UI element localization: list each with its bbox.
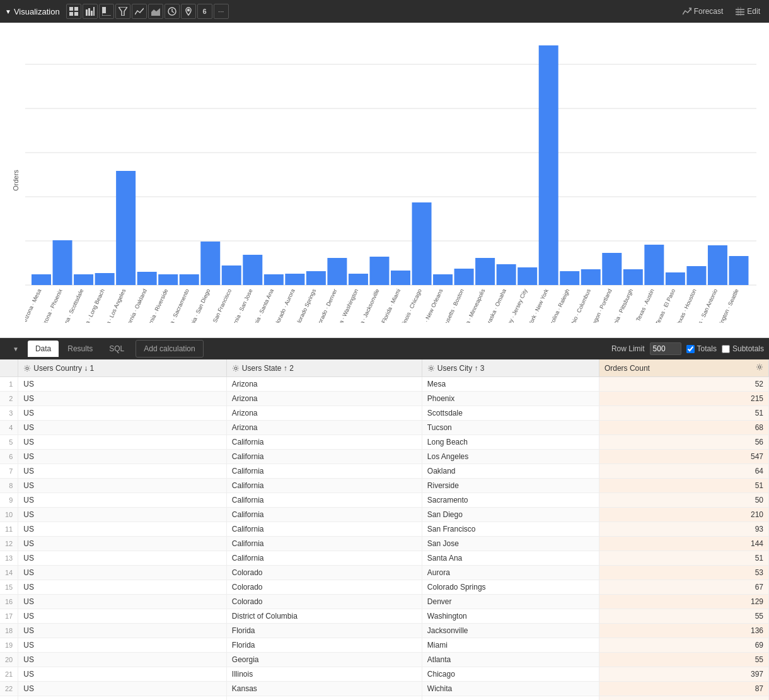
- bar[interactable]: [644, 245, 664, 285]
- bar[interactable]: [517, 267, 537, 285]
- bar[interactable]: [158, 274, 178, 285]
- bar[interactable]: [475, 258, 495, 285]
- table-row: 9 US California Sacramento 50: [0, 493, 769, 508]
- forecast-button[interactable]: Forecast: [679, 4, 727, 18]
- bar[interactable]: [349, 274, 368, 285]
- clock-icon[interactable]: [165, 4, 180, 19]
- cell-country: US: [18, 682, 227, 696]
- cell-orders: 210: [599, 508, 768, 522]
- svg-point-14: [187, 9, 189, 11]
- cell-country: US: [18, 392, 227, 406]
- line-chart-icon[interactable]: [132, 4, 147, 19]
- grid-icon[interactable]: [66, 4, 81, 19]
- tab-results[interactable]: Results: [60, 341, 100, 357]
- funnel-icon[interactable]: [115, 4, 130, 19]
- bar[interactable]: [602, 253, 622, 285]
- row-number: 17: [0, 609, 18, 624]
- cell-city: Tucson: [422, 421, 599, 435]
- cell-state: Arizona: [226, 392, 422, 406]
- cell-state: Arizona: [226, 406, 422, 421]
- bar[interactable]: [285, 274, 304, 285]
- bar[interactable]: [497, 264, 516, 285]
- bar[interactable]: [708, 245, 727, 285]
- col-header-city: Users City ↑ 3: [422, 359, 599, 377]
- row-number: 7: [0, 464, 18, 479]
- row-number: 6: [0, 450, 18, 464]
- cell-orders: 55: [599, 653, 768, 667]
- col-header-orders: Orders Count: [599, 359, 768, 377]
- tab-data[interactable]: Data: [28, 341, 59, 357]
- bar[interactable]: [243, 255, 262, 285]
- table-row: 4 US Arizona Tucson 68: [0, 421, 769, 435]
- cell-city: Colorado Springs: [422, 580, 599, 595]
- bar[interactable]: [327, 258, 347, 285]
- cell-orders: 136: [599, 624, 768, 638]
- cell-state: Illinois: [226, 667, 422, 682]
- row-number: 12: [0, 537, 18, 551]
- bar[interactable]: [200, 242, 220, 285]
- bar[interactable]: [581, 269, 601, 285]
- bar[interactable]: [306, 271, 326, 285]
- bar-chart-icon[interactable]: [83, 4, 98, 19]
- cell-city: Oakland: [422, 464, 599, 479]
- cell-city: Scottsdale: [422, 406, 599, 421]
- col-label-state: Users State ↑ 2: [242, 364, 294, 373]
- map-icon[interactable]: [181, 4, 196, 19]
- more-icon[interactable]: ···: [214, 4, 229, 19]
- table-row: 16 US Colorado Denver 129: [0, 595, 769, 609]
- row-number: 18: [0, 624, 18, 638]
- dropdown-arrow[interactable]: ▼: [5, 8, 11, 15]
- cell-state: California: [226, 464, 422, 479]
- totals-checkbox[interactable]: [686, 345, 695, 353]
- area-chart-icon[interactable]: [148, 4, 163, 19]
- bar[interactable]: [74, 274, 93, 285]
- bar[interactable]: [623, 269, 643, 285]
- bar[interactable]: [369, 257, 389, 285]
- svg-rect-7: [93, 7, 95, 16]
- bar[interactable]: [391, 271, 410, 285]
- bar[interactable]: [222, 265, 241, 285]
- bar[interactable]: [412, 202, 432, 285]
- bar[interactable]: [137, 272, 157, 285]
- totals-checkbox-label[interactable]: Totals: [686, 344, 717, 353]
- bar[interactable]: [729, 256, 748, 285]
- edit-button[interactable]: Edit: [732, 4, 764, 18]
- cell-orders: 51: [599, 551, 768, 566]
- row-number: 8: [0, 479, 18, 493]
- table-row: 7 US California Oakland 64: [0, 464, 769, 479]
- x-axis-label: US · Arizona · Mesa: [25, 288, 42, 323]
- bar[interactable]: [264, 274, 284, 285]
- table-row: 17 US District of Columbia Washington 55: [0, 609, 769, 624]
- cell-state: California: [226, 508, 422, 522]
- cell-city: Los Angeles: [422, 450, 599, 464]
- bar[interactable]: [433, 274, 453, 285]
- bar[interactable]: [95, 273, 115, 285]
- bar[interactable]: [53, 240, 72, 285]
- bar[interactable]: [560, 271, 579, 285]
- cell-country: US: [18, 566, 227, 580]
- scatter-icon[interactable]: [99, 4, 114, 19]
- panel-dropdown[interactable]: ▼: [5, 342, 26, 356]
- gear-icon-country[interactable]: [23, 365, 31, 372]
- col-header-state: Users State ↑ 2: [226, 359, 422, 377]
- bar[interactable]: [32, 274, 51, 285]
- gear-icon-state[interactable]: [232, 365, 240, 372]
- subtotals-checkbox-label[interactable]: Subtotals: [722, 344, 764, 353]
- number-icon[interactable]: 6: [197, 4, 212, 19]
- bar[interactable]: [180, 274, 199, 285]
- bar[interactable]: [686, 266, 706, 285]
- cell-city: San Jose: [422, 537, 599, 551]
- row-number: 14: [0, 566, 18, 580]
- cell-state: Florida: [226, 624, 422, 638]
- tab-sql[interactable]: SQL: [101, 341, 132, 357]
- gear-icon-orders[interactable]: [756, 363, 763, 371]
- row-number: 15: [0, 580, 18, 595]
- add-calculation-button[interactable]: Add calculation: [136, 340, 203, 358]
- bar[interactable]: [539, 45, 558, 285]
- row-limit-input[interactable]: 500: [650, 342, 681, 355]
- gear-icon-city[interactable]: [427, 365, 435, 372]
- bar[interactable]: [116, 171, 136, 285]
- subtotals-checkbox[interactable]: [722, 345, 730, 353]
- bar[interactable]: [666, 272, 685, 285]
- bar[interactable]: [454, 269, 474, 285]
